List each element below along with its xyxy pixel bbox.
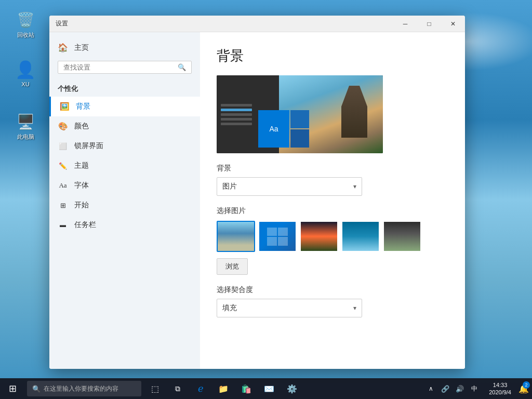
sidebar-item-lockscreen[interactable]: ⬜ 锁屏界面 xyxy=(49,136,200,156)
clock[interactable]: 14:33 2020/9/4 xyxy=(485,378,515,399)
close-button[interactable]: ✕ xyxy=(441,16,465,32)
dropdown-arrow-icon: ▾ xyxy=(353,183,356,190)
preview-main-tile: Aa xyxy=(258,110,289,148)
background-section-label: 背景 xyxy=(217,164,448,173)
clock-date: 2020/9/4 xyxy=(489,389,511,396)
taskbar-search-icon: 🔍 xyxy=(32,385,41,393)
notification-button[interactable]: 🔔 2 xyxy=(515,378,532,399)
taskbar-label: 任务栏 xyxy=(74,220,96,230)
desktop: 🗑️ 回收站 👤 XU 🖥️ 此电脑 设置 ─ □ ✕ 🏠 主页 xyxy=(0,0,532,399)
mail-button[interactable]: ✉️ xyxy=(258,378,281,399)
photo-thumb-2[interactable] xyxy=(258,221,297,252)
sidebar-item-theme[interactable]: ✏️ 主题 xyxy=(49,156,200,176)
sidebar-item-background[interactable]: 🖼️ 背景 xyxy=(49,97,200,116)
edge-browser-button[interactable]: ℯ xyxy=(189,378,212,399)
photo-thumb-3[interactable] xyxy=(300,221,338,252)
photo-grid xyxy=(217,221,448,252)
settings-sidebar: 🏠 主页 🔍 个性化 🖼️ 背景 🎨 颜色 ⬜ xyxy=(49,32,200,369)
photo-5-image xyxy=(384,222,420,251)
font-icon: Aa xyxy=(58,181,68,190)
lockscreen-label: 锁屏界面 xyxy=(74,141,103,151)
user-label: XU xyxy=(21,81,29,87)
clock-time: 14:33 xyxy=(493,381,508,389)
this-pc-image: 🖥️ xyxy=(15,111,36,132)
photo-2-tile-1 xyxy=(267,228,277,236)
tray-chevron[interactable]: ∧ xyxy=(423,378,438,399)
minimize-button[interactable]: ─ xyxy=(393,16,417,32)
recycle-bin-label: 回收站 xyxy=(17,31,34,39)
theme-label: 主题 xyxy=(74,161,89,170)
start-icon: ⊞ xyxy=(58,202,68,209)
tray-ime-label[interactable]: 中 xyxy=(467,378,482,399)
photo-2-image xyxy=(259,222,296,251)
task-view-button[interactable]: ⬚ xyxy=(143,378,166,399)
this-pc-icon[interactable]: 🖥️ 此电脑 xyxy=(7,109,44,143)
main-content: 背景 xyxy=(200,32,465,369)
user-image: 👤 xyxy=(15,59,36,80)
maximize-button[interactable]: □ xyxy=(417,16,441,32)
background-label: 背景 xyxy=(76,102,90,111)
color-label: 颜色 xyxy=(74,122,89,131)
start-button[interactable]: ⊞ xyxy=(0,378,25,399)
sidebar-section-title: 个性化 xyxy=(49,78,200,97)
search-icon: 🔍 xyxy=(178,63,186,71)
preview-tile-br xyxy=(290,129,309,148)
theme-icon: ✏️ xyxy=(58,162,68,170)
sidebar-item-font[interactable]: Aa 字体 xyxy=(49,176,200,195)
window-controls: ─ □ ✕ xyxy=(393,16,465,32)
fit-dropdown-arrow-icon: ▾ xyxy=(353,304,356,312)
sidebar-home[interactable]: 🏠 主页 xyxy=(49,38,200,57)
menu-line-2 xyxy=(221,109,252,111)
photo-2-tile-3 xyxy=(267,237,277,246)
preview-tiles-container: Aa xyxy=(258,110,315,149)
background-dropdown[interactable]: 图片 ▾ xyxy=(217,177,362,196)
menu-line-5 xyxy=(221,123,252,125)
photo-1-image xyxy=(218,222,254,251)
background-preview: Aa xyxy=(217,75,383,153)
settings-window: 设置 ─ □ ✕ 🏠 主页 🔍 个性化 🖼️ xyxy=(49,16,465,369)
taskbar-right: ∧ 🔗 🔊 中 14:33 2020/9/4 🔔 2 xyxy=(420,378,532,399)
sidebar-search-input[interactable] xyxy=(63,63,178,71)
store-button[interactable]: 🛍️ xyxy=(235,378,258,399)
sidebar-item-color[interactable]: 🎨 颜色 xyxy=(49,116,200,136)
menu-line-3 xyxy=(221,113,252,116)
photo-2-grid xyxy=(267,228,288,246)
photo-thumb-4[interactable] xyxy=(341,221,380,252)
photo-3-image xyxy=(301,222,337,251)
sidebar-item-start[interactable]: ⊞ 开始 xyxy=(49,195,200,215)
taskbar-icon: ▬ xyxy=(58,221,68,229)
user-icon[interactable]: 👤 XU xyxy=(7,57,44,89)
photo-2-tile-4 xyxy=(278,237,288,246)
photo-thumb-1[interactable] xyxy=(217,221,255,252)
font-label: 字体 xyxy=(74,181,89,190)
system-tray: ∧ 🔗 🔊 中 xyxy=(420,378,485,399)
photo-4-image xyxy=(342,222,379,251)
multitask-button[interactable]: ⧉ xyxy=(166,378,189,399)
fit-dropdown[interactable]: 填充 ▾ xyxy=(217,299,362,317)
menu-line-4 xyxy=(221,118,252,121)
menu-line-1 xyxy=(221,104,252,107)
preview-aa-text: Aa xyxy=(269,125,278,133)
fit-dropdown-value: 填充 xyxy=(222,303,237,313)
background-icon: 🖼️ xyxy=(59,102,70,111)
taskbar-search[interactable]: 🔍 在这里输入你要搜索的内容 xyxy=(27,381,141,396)
sidebar-search-container[interactable]: 🔍 xyxy=(58,61,192,74)
background-dropdown-value: 图片 xyxy=(222,182,237,191)
photo-thumb-5[interactable] xyxy=(383,221,421,252)
choose-picture-label: 选择图片 xyxy=(217,206,448,216)
recycle-bin-icon[interactable]: 🗑️ 回收站 xyxy=(7,7,44,41)
recycle-bin-image: 🗑️ xyxy=(15,9,36,30)
window-titlebar: 设置 ─ □ ✕ xyxy=(49,16,465,32)
taskbar: ⊞ 🔍 在这里输入你要搜索的内容 ⬚ ⧉ ℯ 📁 🛍️ ✉️ ⚙️ ∧ 🔗 🔊 … xyxy=(0,378,532,399)
color-icon: 🎨 xyxy=(58,122,68,131)
notification-badge: 2 xyxy=(523,381,530,389)
lockscreen-icon: ⬜ xyxy=(58,142,68,150)
tray-network-icon[interactable]: 🔗 xyxy=(438,378,453,399)
tray-volume-icon[interactable]: 🔊 xyxy=(453,378,467,399)
browse-button[interactable]: 浏览 xyxy=(217,258,248,275)
settings-taskbar-button[interactable]: ⚙️ xyxy=(281,378,303,399)
file-explorer-button[interactable]: 📁 xyxy=(212,378,235,399)
home-label: 主页 xyxy=(74,43,89,52)
sidebar-item-taskbar[interactable]: ▬ 任务栏 xyxy=(49,215,200,235)
fit-label: 选择契合度 xyxy=(217,285,448,295)
